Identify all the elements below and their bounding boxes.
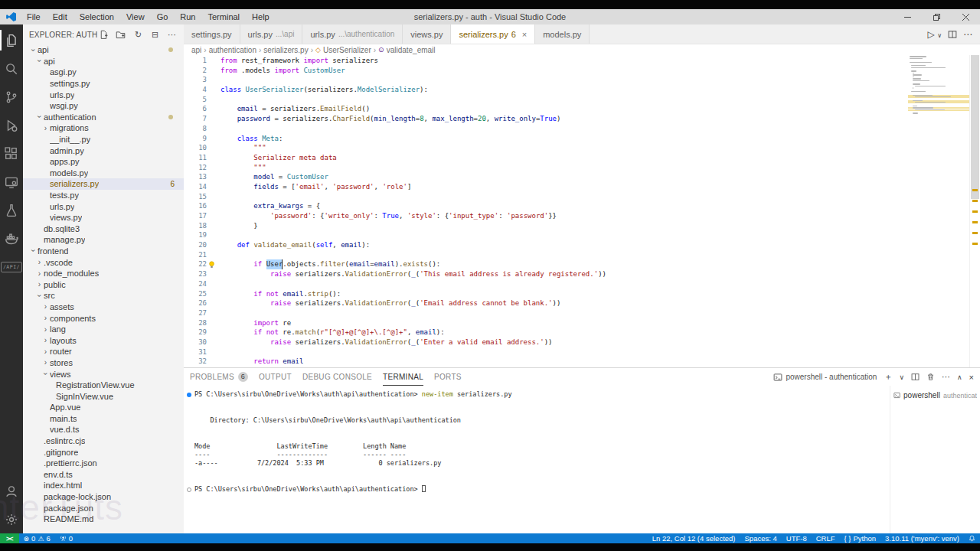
- tab-urls-py[interactable]: urls.py...\api: [240, 24, 303, 44]
- file-asgi-py[interactable]: asgi.py: [23, 67, 184, 78]
- code-line-5[interactable]: 5: [184, 95, 908, 105]
- code-line-18[interactable]: 18 }: [184, 221, 908, 231]
- file-vue-d-ts[interactable]: vue.d.ts: [23, 424, 184, 435]
- code-line-32[interactable]: 32 return email: [184, 357, 908, 367]
- file--gitignore[interactable]: .gitignore: [23, 446, 184, 458]
- terminal-profile-dropdown[interactable]: ∨: [899, 373, 904, 381]
- breadcrumb-item[interactable]: api: [191, 46, 201, 54]
- cursor-position[interactable]: Ln 22, Col 12 (4 selected): [648, 533, 740, 543]
- activity-rest-api-icon[interactable]: /API/: [0, 253, 23, 281]
- code-line-25[interactable]: 25 if not email.strip():: [184, 289, 908, 299]
- restore-button[interactable]: [922, 9, 951, 24]
- lightbulb-icon[interactable]: [208, 261, 215, 269]
- folder-lang[interactable]: ›lang: [23, 324, 184, 335]
- file-serializers-py[interactable]: serializers.py6: [23, 178, 184, 190]
- file--init-py[interactable]: __init__.py: [23, 134, 184, 145]
- editor-more-actions[interactable]: ⋯: [963, 29, 972, 40]
- eol-sequence[interactable]: CRLF: [812, 533, 840, 543]
- file-index-html[interactable]: index.html: [23, 480, 184, 491]
- folder-migrations[interactable]: ›migrations: [23, 122, 184, 134]
- code-line-2[interactable]: 2from .models import CustomUser: [184, 66, 908, 76]
- menu-terminal[interactable]: Terminal: [203, 11, 246, 23]
- tab-urls-py[interactable]: urls.py...\authentication: [302, 24, 403, 44]
- file-manage-py[interactable]: manage.py: [23, 234, 184, 246]
- more-button[interactable]: ⋯: [166, 30, 178, 40]
- file-views-py[interactable]: views.py: [23, 212, 184, 223]
- kill-terminal-button[interactable]: [926, 373, 935, 381]
- code-line-28[interactable]: 28 import re: [184, 318, 908, 328]
- file-wsgi-py[interactable]: wsgi.py: [23, 100, 184, 112]
- activity-accounts-icon[interactable]: [0, 477, 23, 505]
- breadcrumb-item[interactable]: UserSerializer: [323, 46, 371, 54]
- close-button[interactable]: [951, 9, 980, 24]
- tab-settings-py[interactable]: settings.py: [184, 24, 240, 44]
- folder-assets[interactable]: ›assets: [23, 302, 184, 313]
- tab-models-py[interactable]: models.py: [535, 24, 590, 44]
- split-terminal-button[interactable]: [911, 373, 920, 381]
- menu-edit[interactable]: Edit: [47, 11, 73, 23]
- menu-help[interactable]: Help: [247, 11, 275, 23]
- code-line-11[interactable]: 11 Serializer meta data: [184, 153, 908, 163]
- tab-serializers-py[interactable]: serializers.py6×: [451, 24, 535, 44]
- breadcrumb-item[interactable]: serializers.py: [263, 46, 308, 54]
- code-line-12[interactable]: 12 """: [184, 163, 908, 173]
- code-line-19[interactable]: 19: [184, 230, 908, 240]
- file-signinview-vue[interactable]: SignInView.vue: [23, 390, 184, 402]
- problems-status[interactable]: ⊗0 ⚠6: [19, 533, 55, 543]
- folder-api[interactable]: ›api: [23, 44, 184, 56]
- activity-docker-icon[interactable]: [0, 224, 23, 253]
- activity-explorer-icon[interactable]: [0, 26, 23, 54]
- split-editor-button[interactable]: [948, 30, 957, 39]
- folder-router[interactable]: ›router: [23, 346, 184, 357]
- file-urls-py[interactable]: urls.py: [23, 89, 184, 100]
- breadcrumb-item[interactable]: validate_email: [387, 46, 436, 54]
- code-line-31[interactable]: 31: [184, 347, 908, 357]
- folder-stores[interactable]: ›stores: [23, 357, 184, 369]
- folder-node-modules[interactable]: ›node_modules: [23, 268, 184, 279]
- language-mode[interactable]: { } Python: [840, 533, 881, 543]
- file-tests-py[interactable]: tests.py: [23, 190, 184, 201]
- maximize-panel-button[interactable]: ∧: [957, 373, 962, 381]
- folder-public[interactable]: ›public: [23, 279, 184, 290]
- close-tab-icon[interactable]: ×: [522, 30, 527, 39]
- panel-tab-debug-console[interactable]: DEBUG CONSOLE: [302, 368, 372, 386]
- code-line-4[interactable]: 4class UserSerializer(serializers.ModelS…: [184, 85, 908, 95]
- activity-source-control-icon[interactable]: [0, 83, 23, 111]
- code-editor[interactable]: 1from rest_framework import serializers2…: [184, 55, 908, 367]
- activity-settings-icon[interactable]: [0, 505, 23, 533]
- code-line-9[interactable]: 9 class Meta:: [184, 134, 908, 144]
- scrollbar-slider[interactable]: [971, 55, 979, 199]
- code-line-27[interactable]: 27: [184, 308, 908, 318]
- code-line-14[interactable]: 14 fields = ['email', 'password', 'role'…: [184, 182, 908, 192]
- folder-components[interactable]: ›components: [23, 312, 184, 324]
- menu-run[interactable]: Run: [175, 11, 201, 23]
- new-folder-button[interactable]: [116, 30, 127, 40]
- code-line-17[interactable]: 17 'password': {'write_only': True, 'sty…: [184, 211, 908, 221]
- menu-file[interactable]: File: [21, 11, 46, 23]
- python-interpreter[interactable]: 3.10.11 ('myenv': venv): [880, 533, 964, 543]
- file-main-ts[interactable]: main.ts: [23, 413, 184, 425]
- menu-go[interactable]: Go: [152, 11, 174, 23]
- folder-src[interactable]: ›src: [23, 290, 184, 302]
- code-line-29[interactable]: 29 if not re.match(r"[^@]+@[^@]+\.[^@]+"…: [184, 328, 908, 337]
- collapse-all-button[interactable]: ⊟: [149, 30, 161, 40]
- file-db-sqlite3[interactable]: db.sqlite3: [23, 223, 184, 235]
- panel-tab-terminal[interactable]: TERMINAL: [383, 368, 423, 386]
- code-line-26[interactable]: 26 raise serializers.ValidationError(_('…: [184, 298, 908, 308]
- code-line-1[interactable]: 1from rest_framework import serializers: [184, 56, 908, 66]
- file-package-lock-json[interactable]: package-lock.json: [23, 491, 184, 503]
- close-panel-button[interactable]: ×: [969, 373, 974, 382]
- folder-api[interactable]: ›api: [23, 56, 184, 67]
- activity-remote-explorer-icon[interactable]: [0, 168, 23, 196]
- new-terminal-button[interactable]: ＋: [884, 371, 892, 383]
- file-settings-py[interactable]: settings.py: [23, 78, 184, 90]
- menu-view[interactable]: View: [121, 11, 150, 23]
- folder-authentication[interactable]: ›authentication: [23, 112, 184, 123]
- activity-search-icon[interactable]: [0, 54, 23, 83]
- panel-tab-problems[interactable]: PROBLEMS6: [190, 368, 248, 386]
- code-line-23[interactable]: 23 raise serializers.ValidationError(_('…: [184, 269, 908, 279]
- folder-layouts[interactable]: ›layouts: [23, 334, 184, 346]
- folder--vscode[interactable]: ›.vscode: [23, 256, 184, 268]
- menu-selection[interactable]: Selection: [74, 11, 119, 23]
- new-file-button[interactable]: [99, 30, 110, 40]
